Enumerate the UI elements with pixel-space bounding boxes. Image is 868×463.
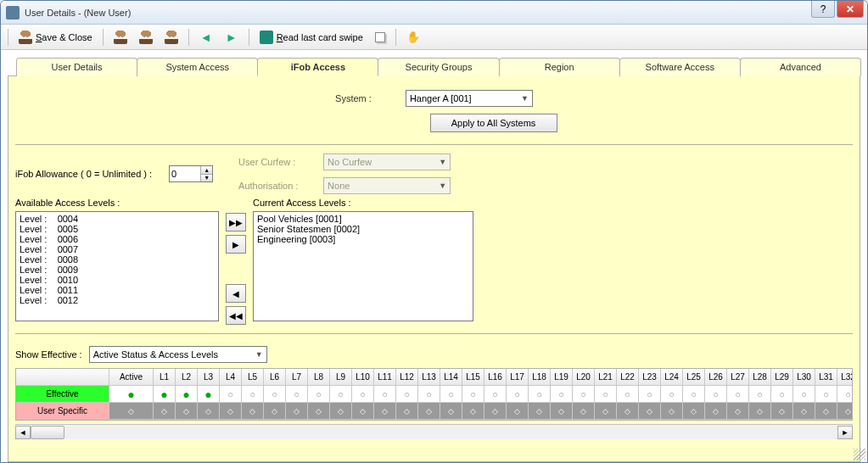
grid-cell[interactable]: ○ [749,386,771,403]
grid-cell[interactable]: ◇ [529,403,551,420]
list-item[interactable]: Level : 0009 [18,265,216,275]
scroll-right-button[interactable]: ► [837,426,853,439]
grid-cell[interactable]: ○ [484,386,507,403]
grid-cell[interactable]: ◇ [595,403,617,420]
grid-cell[interactable]: ○ [683,386,705,403]
list-item[interactable]: Pool Vehicles [0001] [255,214,471,224]
scroll-thumb[interactable] [31,426,64,439]
grid-cell[interactable]: ◇ [837,403,853,420]
tab-system-access[interactable]: System Access [137,58,258,76]
move-left-button[interactable]: ◀ [226,284,246,303]
resize-grip[interactable] [854,449,865,460]
grid-cell[interactable]: ○ [286,386,308,403]
grid-cell[interactable]: ○ [374,386,396,403]
show-effective-select[interactable]: Active Status & Access Levels ▼ [89,346,267,363]
grid-cell[interactable]: ○ [639,386,661,403]
grid-cell[interactable]: ◇ [330,403,352,420]
grid-cell[interactable]: ◇ [815,403,837,420]
grid-cell[interactable]: ◇ [352,403,374,420]
tab-security-groups[interactable]: Security Groups [378,58,499,76]
tab-advanced[interactable]: Advanced [740,58,861,76]
tab-ifob-access[interactable]: iFob Access [257,58,378,76]
grid-cell[interactable]: ○ [507,386,529,403]
grid-cell[interactable]: ○ [705,386,727,403]
spin-down-button[interactable]: ▼ [201,175,212,182]
save-close-button[interactable]: Save & Close [15,29,96,46]
system-select[interactable]: Hanger A [001] ▼ [406,90,533,107]
available-listbox[interactable]: Level : 0004Level : 0005Level : 0006Leve… [15,211,219,321]
grid-cell[interactable]: ● [109,386,154,403]
grid-cell[interactable]: ○ [595,386,617,403]
grid-cell[interactable]: ◇ [484,403,507,420]
grid-cell[interactable]: ◇ [793,403,815,420]
grid-cell[interactable]: ◇ [705,403,727,420]
grid-cell[interactable]: ◇ [374,403,396,420]
grid-cell[interactable]: ◇ [198,403,220,420]
spin-up-button[interactable]: ▲ [201,166,212,175]
list-item[interactable]: Level : 0011 [18,285,216,295]
close-button[interactable]: ✕ [837,1,864,18]
grid-cell[interactable]: ◇ [242,403,264,420]
grid-cell[interactable]: ○ [418,386,440,403]
grid-cell[interactable]: ◇ [661,403,683,420]
grid-cell[interactable]: ○ [529,386,551,403]
grid-cell[interactable]: ○ [815,386,837,403]
list-item[interactable]: Engineering [0003] [255,234,471,244]
scroll-track[interactable] [31,426,837,439]
current-listbox[interactable]: Pool Vehicles [0001]Senior Statesmen [00… [253,211,473,321]
grid-cell[interactable]: ○ [440,386,462,403]
toolbar-copy-button[interactable] [372,31,389,44]
grid-cell[interactable]: ◇ [551,403,573,420]
toolbar-prev-button[interactable]: ◄ [196,29,216,46]
grid-cell[interactable]: ○ [837,386,853,403]
grid-cell[interactable]: ◇ [176,403,198,420]
grid-cell[interactable]: ○ [220,386,242,403]
grid-cell[interactable]: ● [154,386,176,403]
grid-cell[interactable]: ○ [573,386,595,403]
grid-cell[interactable]: ◇ [440,403,462,420]
grid-cell[interactable]: ◇ [683,403,705,420]
grid-cell[interactable]: ○ [308,386,330,403]
scroll-left-button[interactable]: ◄ [15,426,31,439]
toolbar-user-remove-button[interactable] [161,29,182,46]
move-all-right-button[interactable]: ▶▶ [226,213,246,232]
grid-cell[interactable]: ○ [330,386,352,403]
grid-cell[interactable]: ○ [617,386,639,403]
grid-cell[interactable]: ○ [396,386,418,403]
help-button[interactable]: ? [811,1,835,18]
grid-cell[interactable]: ● [198,386,220,403]
list-item[interactable]: Level : 0005 [18,224,216,234]
toolbar-user1-button[interactable] [110,29,131,46]
grid-cell[interactable]: ○ [551,386,573,403]
grid-cell[interactable]: ○ [793,386,815,403]
grid-cell[interactable]: ◇ [308,403,330,420]
toolbar-next-button[interactable]: ► [221,29,242,46]
list-item[interactable]: Senior Statesmen [0002] [255,224,471,234]
tab-software-access[interactable]: Software Access [619,58,741,76]
grid-cell[interactable]: ○ [352,386,374,403]
allowance-input[interactable]: ▲ ▼ [169,165,213,182]
tab-user-details[interactable]: User Details [16,58,137,76]
grid-cell[interactable]: ◇ [396,403,418,420]
tab-region[interactable]: Region [499,58,620,76]
grid-cell[interactable]: ◇ [418,403,440,420]
grid-cell[interactable]: ◇ [220,403,242,420]
grid-cell[interactable]: ◇ [109,403,154,420]
grid-cell[interactable]: ◇ [639,403,661,420]
move-all-left-button[interactable]: ◀◀ [226,306,246,325]
grid-cell[interactable]: ◇ [286,403,308,420]
grid-cell[interactable]: ◇ [749,403,771,420]
move-right-button[interactable]: ▶ [226,235,246,254]
grid-cell[interactable]: ● [176,386,198,403]
grid-cell[interactable]: ◇ [264,403,286,420]
grid-cell[interactable]: ○ [771,386,793,403]
toolbar-user-add-button[interactable] [136,29,156,46]
grid-cell[interactable]: ◇ [507,403,529,420]
grid-cell[interactable]: ◇ [462,403,484,420]
grid-cell[interactable]: ◇ [154,403,176,420]
list-item[interactable]: Level : 0008 [18,254,216,265]
list-item[interactable]: Level : 0007 [18,244,216,254]
list-item[interactable]: Level : 0004 [18,214,216,224]
grid-cell[interactable]: ◇ [771,403,793,420]
read-swipe-button[interactable]: Read last card swipe [256,29,367,46]
